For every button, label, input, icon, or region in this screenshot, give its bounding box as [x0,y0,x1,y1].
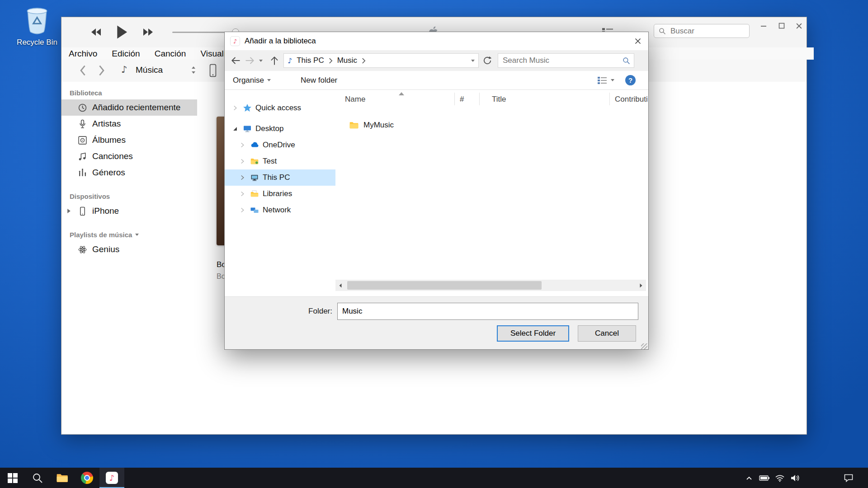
horizontal-scrollbar[interactable] [335,280,646,291]
refresh-icon[interactable] [482,56,492,66]
dialog-titlebar[interactable]: ♪ Añadir a la biblioteca [225,32,648,50]
chevron-right-icon[interactable] [238,207,246,213]
playlists-section-header[interactable]: Playlists de música [70,231,197,239]
rewind-button[interactable] [90,27,102,38]
column-header-contributing[interactable]: Contributi [613,90,649,109]
view-mode-button[interactable] [597,76,614,85]
back-icon[interactable] [79,65,87,76]
minimize-button[interactable] [757,20,770,32]
organise-button[interactable]: Organise [233,76,271,85]
sidebar-item-genius[interactable]: Genius [61,241,197,258]
system-tray [741,468,868,488]
column-header-number[interactable]: # [458,90,479,109]
chevron-right-icon[interactable] [238,175,246,180]
fast-forward-button[interactable] [142,27,154,38]
action-center-icon[interactable] [842,468,855,488]
sidebar-item-iphone[interactable]: iPhone [61,203,197,219]
chevron-right-icon[interactable] [238,142,246,148]
breadcrumb-chevron-icon[interactable] [362,58,366,64]
scroll-left-arrow[interactable] [335,280,345,291]
recycle-bin-icon [24,6,50,34]
file-row-mymusic[interactable]: MyMusic [335,117,648,133]
play-button[interactable] [115,24,128,40]
itunes-app-icon: ♪ [230,36,240,46]
tree-item-this-pc[interactable]: This PC [225,169,335,186]
menu-archivo[interactable]: Archivo [69,49,97,59]
media-selector-down-icon[interactable] [192,71,195,74]
breadcrumb-this-pc[interactable]: This PC [295,55,326,66]
help-icon[interactable] [625,75,636,85]
close-window-button[interactable] [792,20,806,32]
chevron-down-icon[interactable] [135,234,139,236]
column-separator[interactable] [609,93,610,105]
address-dropdown-icon[interactable] [471,60,475,62]
disclosure-triangle-icon[interactable] [67,208,71,214]
tree-item-test[interactable]: Test [225,153,335,169]
recycle-bin-shortcut[interactable]: Recycle Bin [10,6,64,47]
scrollbar-track[interactable] [345,280,636,291]
column-header-name[interactable]: Name [343,90,453,109]
battery-icon[interactable] [757,468,772,488]
itunes-search-input[interactable] [670,26,739,36]
maximize-button[interactable] [775,20,788,32]
chevron-right-icon[interactable] [231,105,239,111]
chevron-expanded-icon[interactable] [231,127,239,131]
taskbar-itunes-button[interactable]: ♪ [99,468,124,488]
chevron-right-icon[interactable] [238,191,246,197]
recent-clock-icon [78,103,87,113]
forward-icon[interactable] [98,65,106,76]
nav-up-icon[interactable] [269,55,280,66]
start-button[interactable] [0,468,25,488]
folder-name-input[interactable] [337,303,638,320]
resize-grip[interactable] [641,343,647,350]
recycle-bin-label: Recycle Bin [10,38,64,47]
dialog-navigation-bar: ♪ This PC Music [225,50,648,71]
media-selector-label[interactable]: Música [136,65,163,75]
menu-cancion[interactable]: Canción [155,49,186,59]
network-wifi-icon[interactable] [772,468,788,488]
sidebar-item-songs[interactable]: Canciones [61,148,197,164]
sidebar-item-albums[interactable]: Álbumes [61,132,197,148]
tree-item-network[interactable]: Network [225,202,335,218]
sidebar-item-artists[interactable]: Artistas [61,116,197,132]
menu-edicion[interactable]: Edición [112,49,140,59]
cancel-button[interactable]: Cancel [578,325,636,342]
taskbar-file-explorer-button[interactable] [50,468,75,488]
sidebar-item-genres[interactable]: Géneros [61,164,197,181]
select-folder-button[interactable]: Select Folder [497,325,569,342]
dialog-search-box[interactable] [498,53,634,68]
sidebar-item-recently-added[interactable]: Añadido recientemente [61,99,197,116]
volume-icon[interactable] [788,468,803,488]
media-selector-up-icon[interactable] [192,66,195,69]
tree-item-libraries[interactable]: Libraries [225,186,335,202]
taskbar-search-button[interactable] [25,468,50,488]
column-separator[interactable] [454,93,455,105]
details-view-icon [597,76,607,85]
chevron-right-icon[interactable] [238,159,246,164]
search-icon [32,473,43,483]
dialog-close-button[interactable] [627,32,648,50]
hidden-icons-chevron[interactable] [741,468,757,488]
search-icon [623,57,630,65]
breadcrumb-music[interactable]: Music [335,55,359,66]
scrollbar-thumb[interactable] [347,281,542,290]
file-name: MyMusic [363,121,394,130]
tree-item-desktop[interactable]: Desktop [225,121,335,137]
column-header-title[interactable]: Title [490,90,609,109]
itunes-search-box[interactable] [654,24,750,38]
tree-item-onedrive[interactable]: OneDrive [225,137,335,153]
taskbar-chrome-button[interactable] [75,468,99,488]
nav-back-icon[interactable] [230,55,241,66]
breadcrumb-chevron-icon[interactable] [329,58,333,64]
tree-item-quick-access[interactable]: Quick access [225,100,335,116]
column-separator[interactable] [479,93,480,105]
folder-tree-pane: Quick access Desktop [225,90,335,296]
new-folder-button[interactable]: New folder [301,76,337,85]
nav-forward-icon[interactable] [245,55,255,66]
device-iphone-icon[interactable] [209,64,217,77]
star-icon [243,103,252,113]
scroll-right-arrow[interactable] [636,280,646,291]
dialog-search-input[interactable] [502,56,623,66]
address-breadcrumb-bar[interactable]: ♪ This PC Music [283,53,479,68]
nav-history-dropdown-icon[interactable] [259,60,263,62]
